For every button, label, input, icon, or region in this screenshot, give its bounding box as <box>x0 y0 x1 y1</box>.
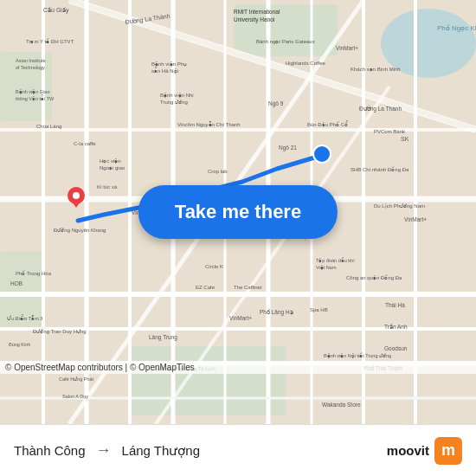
svg-text:Chùa Láng: Chùa Láng <box>36 124 61 129</box>
svg-text:RMIT International: RMIT International <box>234 9 280 15</box>
svg-text:Đường Nguyên Khang: Đường Nguyên Khang <box>54 228 106 233</box>
svg-text:Học viện: Học viện <box>100 158 121 164</box>
moovit-logo-text: moovit <box>387 443 429 458</box>
svg-text:Circle K: Circle K <box>205 264 223 269</box>
svg-text:Bùng Kinh: Bùng Kinh <box>9 342 30 347</box>
svg-text:Crop lab: Crop lab <box>208 169 228 174</box>
svg-text:Trần Anh: Trần Anh <box>384 324 408 330</box>
svg-text:Bệnh viện Nội tiết Trung ương: Bệnh viện Nội tiết Trung ương <box>324 352 391 359</box>
svg-point-29 <box>73 192 80 199</box>
svg-text:Bệnh viện Nhi: Bệnh viện Nhi <box>160 93 194 99</box>
svg-text:Khách sạn Bình Minh: Khách sạn Bình Minh <box>351 67 401 73</box>
origin-station: Thành Công <box>14 443 86 458</box>
svg-text:Công an quận Đống Đa: Công an quận Đống Đa <box>346 274 402 281</box>
svg-text:Bún Đậu Phố Cổ: Bún Đậu Phố Cổ <box>307 120 348 128</box>
svg-text:Thái Hà: Thái Hà <box>385 302 405 308</box>
attribution: © OpenStreetMap contributors | © OpenMap… <box>0 361 476 374</box>
svg-text:C-la caffe: C-la caffe <box>74 141 96 146</box>
take-me-there-button[interactable]: Take me there <box>138 185 338 239</box>
svg-text:Ưu Điểm Tắm 3: Ưu Điểm Tắm 3 <box>7 314 42 321</box>
svg-text:Spa HB: Spa HB <box>310 307 328 312</box>
svg-text:sản Hà Nội: sản Hà Nội <box>151 67 178 74</box>
svg-text:Ngoại giao: Ngoại giao <box>100 165 125 171</box>
moovit-logo-badge: m <box>434 437 462 465</box>
svg-text:Phố Ngọc Khánh: Phố Ngọc Khánh <box>437 24 476 32</box>
svg-text:Bệnh viện Giao: Bệnh viện Giao <box>16 89 50 95</box>
svg-text:Highlands Coffee: Highlands Coffee <box>286 61 326 66</box>
svg-text:Đường Tran Duy Hưng: Đường Tran Duy Hưng <box>33 329 87 334</box>
svg-text:Phố Lăng Hạ: Phố Lăng Hạ <box>260 309 293 316</box>
map-container: Phố Ngọc Khánh <box>0 0 476 424</box>
svg-text:VinMart+: VinMart+ <box>404 216 427 222</box>
moovit-logo: moovit m <box>387 437 462 465</box>
svg-text:Wakanda Store: Wakanda Store <box>322 402 361 408</box>
svg-text:University Hanoi: University Hanoi <box>234 16 274 23</box>
destination-station: Láng Thượng <box>122 443 200 459</box>
svg-text:Du Lịch Phương Nam: Du Lịch Phương Nam <box>374 203 425 209</box>
svg-text:Salon A Duy: Salon A Duy <box>62 394 88 399</box>
svg-text:Bệnh viện Phụ: Bệnh viện Phụ <box>151 61 187 68</box>
svg-point-26 <box>313 145 331 163</box>
svg-text:Bánh ngọt Paris Gateaux: Bánh ngọt Paris Gateaux <box>256 39 315 45</box>
svg-text:thông Vận tải TW: thông Vận tải TW <box>16 94 55 102</box>
svg-text:Láng Trung: Láng Trung <box>149 334 177 341</box>
svg-text:The Caffinet: The Caffinet <box>234 285 262 290</box>
svg-text:Cầu Giấy: Cầu Giấy <box>43 7 69 14</box>
svg-text:Goodsun: Goodsun <box>384 345 408 351</box>
svg-text:PVCom Bank: PVCom Bank <box>374 129 406 134</box>
svg-text:Café Hưng Phát: Café Hưng Phát <box>59 376 94 382</box>
svg-text:of Technology: of Technology <box>16 65 45 70</box>
svg-text:Ngô 9: Ngô 9 <box>268 100 284 107</box>
svg-text:Việt Nam: Việt Nam <box>316 265 337 271</box>
svg-text:SK: SK <box>401 136 409 142</box>
svg-text:Vincôm Nguyễn Chí Thanh: Vincôm Nguyễn Chí Thanh <box>177 121 240 127</box>
svg-text:Trạm Y tế ĐH GTVT: Trạm Y tế ĐH GTVT <box>26 38 74 45</box>
svg-text:EZ Cafe: EZ Cafe <box>196 285 215 290</box>
svg-rect-6 <box>130 346 286 415</box>
svg-text:Đường La Thành: Đường La Thành <box>359 106 402 113</box>
svg-text:VinMart+: VinMart+ <box>336 45 358 51</box>
bottom-bar: Thành Công → Láng Thượng moovit m <box>0 424 476 476</box>
svg-text:Trung ương: Trung ương <box>160 100 188 105</box>
svg-text:Kí túc xá: Kí túc xá <box>97 184 118 190</box>
attribution-text: © OpenStreetMap contributors | © OpenMap… <box>5 363 195 372</box>
svg-text:HOB: HOB <box>10 280 23 286</box>
svg-text:VinMart+: VinMart+ <box>229 315 252 321</box>
svg-text:Asian Institute: Asian Institute <box>16 58 46 63</box>
svg-text:Ngô 21: Ngô 21 <box>279 145 297 151</box>
svg-text:Phố Trung Hòa: Phố Trung Hòa <box>16 270 52 276</box>
svg-text:Tập đoàn dầu khí: Tập đoàn dầu khí <box>316 257 355 264</box>
svg-text:SHB Chi nhánh Đống Đa: SHB Chi nhánh Đống Đa <box>351 166 409 172</box>
route-arrow-icon: → <box>96 441 112 460</box>
